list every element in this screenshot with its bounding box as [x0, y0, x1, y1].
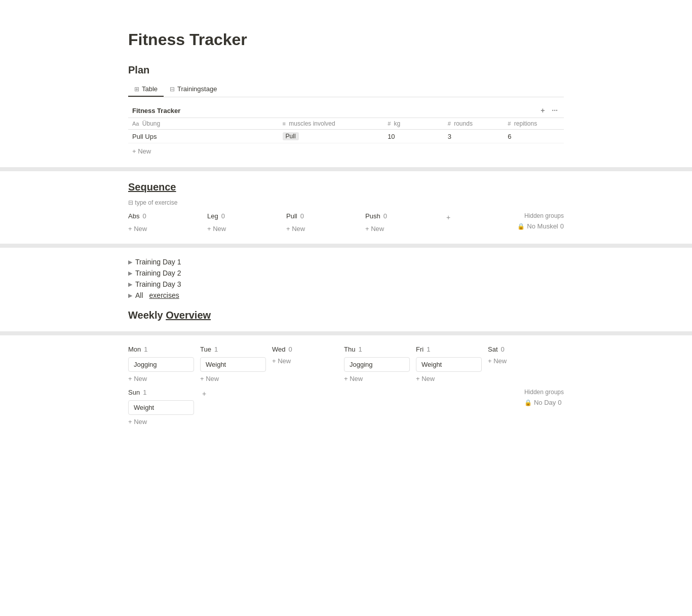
abs-add-new[interactable]: + New — [128, 224, 199, 234]
sequence-section: Sequence ⊟ type of exercise Abs 0 + New … — [128, 181, 564, 234]
cell-repitions: 6 — [504, 130, 564, 143]
toggle-training-day-1[interactable]: ▶ Training Day 1 — [128, 258, 564, 266]
section-divider-3 — [0, 331, 692, 335]
plan-table-title: Fitness Tracker + ··· — [128, 103, 564, 118]
section-divider-2 — [0, 244, 692, 248]
weekly-group-sun: Sun 1 Weight + New — [128, 389, 194, 426]
table-header: Aa Übung ≡ muscles involved # kg # — [128, 118, 564, 130]
board-group-pull: Pull 0 + New — [286, 212, 357, 234]
weekly-group-mon: Mon 1 Jogging + New — [128, 345, 194, 382]
table-options-btn[interactable]: ··· — [550, 106, 560, 114]
sun-add-new[interactable]: + New — [128, 418, 194, 426]
board-group-abs: Abs 0 + New — [128, 212, 199, 234]
board-group-push: Push 0 + New — [365, 212, 436, 234]
sequence-section-title: Sequence — [128, 181, 564, 193]
weekly-title: Weekly Overview — [128, 310, 564, 321]
col-repitions: # repitions — [504, 118, 564, 130]
chevron-right-icon-4: ▶ — [128, 292, 132, 299]
add-sequence-group-btn[interactable]: + — [444, 213, 452, 221]
weekly-board: Mon 1 Jogging + New Tue 1 Weight + New — [128, 345, 564, 426]
chevron-right-icon-3: ▶ — [128, 281, 132, 288]
pull-add-new[interactable]: + New — [286, 224, 357, 234]
col-rounds: # rounds — [444, 118, 504, 130]
chevron-right-icon-1: ▶ — [128, 259, 132, 265]
add-weekly-group-area: + — [200, 389, 208, 398]
weekly-card-weight-sun[interactable]: Weight — [128, 400, 194, 415]
col-ubung: Aa Übung — [128, 118, 279, 130]
add-weekly-group-btn[interactable]: + — [200, 390, 208, 398]
cell-kg: 10 — [383, 130, 444, 143]
weekly-card-jogging-mon[interactable]: Jogging — [128, 357, 194, 372]
sequence-type-label: ⊟ type of exercise — [128, 199, 564, 206]
weekly-group-sat: Sat 0 + New — [488, 345, 554, 365]
table-body: Pull Ups Pull 10 3 6 — [128, 130, 564, 143]
tue-add-new[interactable]: + New — [200, 375, 266, 382]
plan-section-title: Plan — [128, 64, 564, 76]
plan-section: Plan ⊞ Table ⊟ Trainingstage Fitness Tra… — [128, 64, 564, 157]
add-column-btn[interactable]: + — [539, 106, 547, 114]
wed-add-new[interactable]: + New — [272, 357, 338, 365]
page-title: Fitness Tracker — [128, 30, 564, 49]
thu-add-new[interactable]: + New — [344, 375, 410, 382]
weekly-card-weight-tue[interactable]: Weight — [200, 357, 266, 372]
toggle-training-day-2[interactable]: ▶ Training Day 2 — [128, 269, 564, 277]
toggle-training-day-3[interactable]: ▶ Training Day 3 — [128, 280, 564, 288]
table-icon: ⊞ — [134, 86, 139, 93]
plan-table-container: Fitness Tracker + ··· Aa Übung ≡ — [128, 103, 564, 157]
fri-add-new[interactable]: + New — [416, 375, 482, 382]
cell-ubung: Pull Ups — [128, 130, 279, 143]
toggle-all-exercises[interactable]: ▶ All exercises — [128, 291, 564, 299]
col-muscles: ≡ muscles involved — [279, 118, 384, 130]
add-group-area: + — [444, 212, 452, 221]
mon-add-new[interactable]: + New — [128, 375, 194, 382]
tab-trainingstage[interactable]: ⊟ Trainingstage — [164, 82, 223, 97]
tab-table[interactable]: ⊞ Table — [128, 82, 164, 97]
col-kg: # kg — [383, 118, 444, 130]
push-add-new[interactable]: + New — [365, 224, 436, 234]
lock-icon: 🔒 — [517, 223, 525, 230]
board-view-icon: ⊟ — [128, 199, 133, 206]
weekly-group-fri: Fri 1 Weight + New — [416, 345, 482, 382]
plan-tab-bar: ⊞ Table ⊟ Trainingstage — [128, 82, 564, 97]
weekly-group-tue: Tue 1 Weight + New — [200, 345, 266, 382]
leg-add-new[interactable]: + New — [207, 224, 278, 234]
hidden-group-no-day: 🔒 No Day 0 — [524, 399, 564, 406]
weekly-group-wed: Wed 0 + New — [272, 345, 338, 365]
sequence-board: Abs 0 + New Leg 0 + New Pu — [128, 212, 564, 234]
sat-add-new[interactable]: + New — [488, 357, 554, 365]
cell-rounds: 3 — [444, 130, 504, 143]
table-row[interactable]: Pull Ups Pull 10 3 6 — [128, 130, 564, 143]
weekly-overview-section: Weekly Overview Mon 1 Jogging + New Tue — [128, 310, 564, 426]
weekly-hidden-groups: Hidden groups 🔒 No Day 0 — [524, 389, 564, 406]
board-group-leg: Leg 0 + New — [207, 212, 278, 234]
chevron-right-icon-2: ▶ — [128, 270, 132, 277]
weekly-card-jogging-thu[interactable]: Jogging — [344, 357, 410, 372]
board-icon: ⊟ — [170, 86, 175, 93]
weekly-group-thu: Thu 1 Jogging + New — [344, 345, 410, 382]
weekly-card-weight-fri[interactable]: Weight — [416, 357, 482, 372]
plan-table: Aa Übung ≡ muscles involved # kg # — [128, 118, 564, 143]
section-divider-1 — [0, 167, 692, 171]
plan-add-new-row[interactable]: + New — [128, 145, 564, 157]
lock-icon-2: 🔒 — [524, 399, 532, 406]
hidden-group-no-muskel: 🔒 No Muskel 0 — [517, 222, 564, 230]
training-days-section: ▶ Training Day 1 ▶ Training Day 2 ▶ Trai… — [128, 258, 564, 299]
cell-muscles: Pull — [279, 130, 384, 143]
sequence-hidden-groups: Hidden groups 🔒 No Muskel 0 — [517, 212, 564, 230]
